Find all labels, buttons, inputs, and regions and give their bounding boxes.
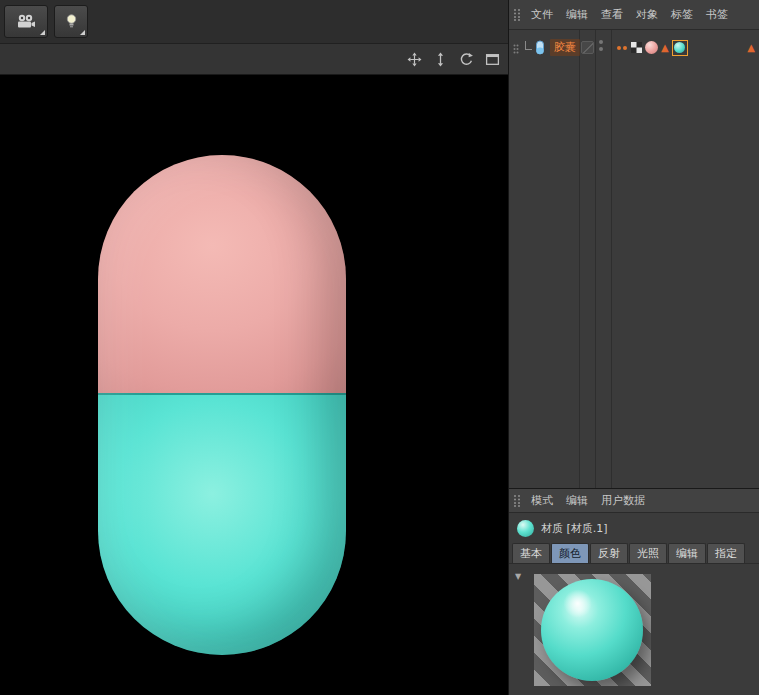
menu-tags[interactable]: 标签 xyxy=(665,5,699,24)
texture-tag-icon[interactable] xyxy=(631,38,642,57)
phong-tag-icon[interactable]: ▲ xyxy=(661,41,669,54)
capsule-primitive-icon xyxy=(534,40,546,59)
attribute-manager-panel: 模式 编辑 用户数据 材质 [材质.1] 基本 颜色 反射 光照 编辑 指定 ▼ xyxy=(509,488,759,695)
flyout-arrow-icon xyxy=(40,30,45,35)
viewport-header xyxy=(0,44,508,75)
menu-edit[interactable]: 编辑 xyxy=(560,5,594,24)
bulb-icon xyxy=(65,14,78,29)
column-divider xyxy=(611,30,612,488)
overflow-triangle-icon[interactable]: ▲ xyxy=(747,41,755,54)
tab-reflection[interactable]: 反射 xyxy=(590,543,628,563)
viewport[interactable] xyxy=(0,75,508,695)
panel-grip-icon[interactable] xyxy=(513,494,521,507)
column-divider xyxy=(579,30,580,488)
menu-userdata[interactable]: 用户数据 xyxy=(595,491,651,510)
tag-list: ▲ ▲ xyxy=(617,37,755,58)
tab-color[interactable]: 颜色 xyxy=(551,543,589,563)
material-preview[interactable] xyxy=(534,574,651,686)
maximize-icon[interactable] xyxy=(485,52,500,67)
capsule-shading xyxy=(98,155,346,655)
tab-luminance[interactable]: 光照 xyxy=(629,543,667,563)
menu-edit2[interactable]: 编辑 xyxy=(560,491,594,510)
light-button[interactable] xyxy=(54,5,88,38)
object-manager-panel: 文件 编辑 查看 对象 标签 书签 xyxy=(509,0,759,488)
material-tag-teal-selected[interactable] xyxy=(672,40,688,56)
menu-view[interactable]: 查看 xyxy=(595,5,629,24)
menu-object[interactable]: 对象 xyxy=(630,5,664,24)
object-name[interactable]: 胶囊 xyxy=(550,39,580,56)
material-tabs: 基本 颜色 反射 光照 编辑 指定 xyxy=(509,543,759,563)
dots-tag-icon[interactable] xyxy=(617,46,627,50)
material-sphere-icon xyxy=(517,520,534,537)
render-view-button[interactable] xyxy=(4,5,48,38)
dolly-icon[interactable] xyxy=(433,52,448,67)
menu-bookmarks[interactable]: 书签 xyxy=(700,5,734,24)
row-grip-icon[interactable] xyxy=(513,41,519,60)
top-toolbar xyxy=(0,0,508,44)
visibility-dots[interactable] xyxy=(599,40,603,51)
edit-disabled-icon[interactable] xyxy=(581,41,594,54)
material-header[interactable]: 材质 [材质.1] xyxy=(509,513,759,543)
material-preview-area: ▼ xyxy=(509,563,759,695)
object-tree[interactable]: 胶囊 xyxy=(509,30,759,488)
object-manager-menubar: 文件 编辑 查看 对象 标签 书签 xyxy=(509,0,759,30)
column-divider xyxy=(595,30,596,488)
tab-basic[interactable]: 基本 xyxy=(512,543,550,563)
tab-assign[interactable]: 指定 xyxy=(707,543,745,563)
visibility-dot-top[interactable] xyxy=(599,40,603,44)
material-preview-sphere xyxy=(541,579,643,681)
app-window: 文件 编辑 查看 对象 标签 书签 xyxy=(0,0,759,695)
rotate-icon[interactable] xyxy=(459,52,474,67)
visibility-dot-bottom[interactable] xyxy=(599,47,603,51)
camera-icon xyxy=(16,14,36,29)
menu-mode[interactable]: 模式 xyxy=(525,491,559,510)
panel-grip-icon[interactable] xyxy=(513,8,521,21)
material-tag-pink-icon[interactable] xyxy=(645,41,658,54)
pan-icon[interactable] xyxy=(407,52,422,67)
right-panel: 文件 编辑 查看 对象 标签 书签 xyxy=(508,0,759,695)
flyout-arrow-icon xyxy=(80,30,85,35)
material-tag-teal-icon xyxy=(674,42,685,53)
object-row[interactable]: 胶囊 xyxy=(509,37,759,58)
tree-branch xyxy=(525,41,532,50)
tab-editor[interactable]: 编辑 xyxy=(668,543,706,563)
material-title: 材质 [材质.1] xyxy=(541,521,608,536)
attribute-manager-menubar: 模式 编辑 用户数据 xyxy=(509,489,759,513)
collapse-arrow-icon[interactable]: ▼ xyxy=(515,572,521,581)
menu-file[interactable]: 文件 xyxy=(525,5,559,24)
capsule-object[interactable] xyxy=(98,155,346,655)
